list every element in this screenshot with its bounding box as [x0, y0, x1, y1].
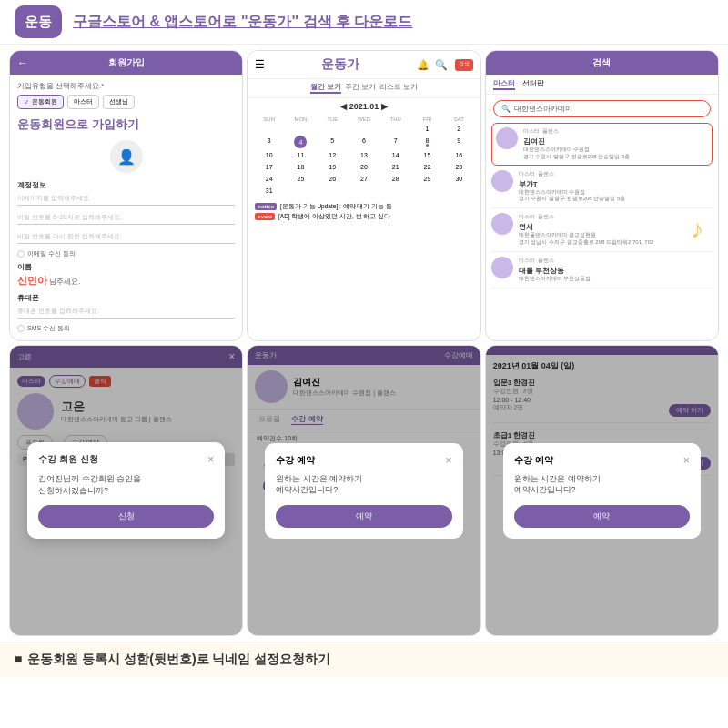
email-checkbox-row: 이메일 수신 동의 [17, 249, 235, 258]
s6-modal-title: 수강 예약 [514, 454, 553, 467]
logo-text: 운동 [25, 14, 52, 31]
cal-row-1: 1 2 [253, 124, 474, 134]
app-logo: 운동가 [321, 56, 359, 73]
select-label: 가입유형을 선택해주세요.* [17, 82, 235, 91]
tab-senter[interactable]: 선터팝 [522, 78, 544, 90]
modal-title: 수강 회원 신청 [38, 453, 98, 466]
top-header: 운동 구글스토어 & 앱스토어로 "운동가" 검색 후 다운로드 [0, 0, 728, 45]
tab-list[interactable]: 리스트 보기 [379, 83, 418, 94]
bell-icon[interactable]: 🔔 [417, 59, 430, 71]
s5-modal-title: 수강 예약 [276, 454, 315, 467]
s5-modal-body: 원하는 시간은 예약하기 예약시간입니다? [276, 474, 451, 496]
calendar-tabs: 월간 보기 주간 보기 리스트 보기 [248, 79, 480, 98]
registration-modal: 수강 회원 신청 × 김여진님께 수강회원 승인을 신청하시겠습니까? 신청 [27, 442, 225, 540]
result-item-1[interactable]: 마스터 플랜스 부가T 대한댄스스아카데미 수원점 경기 수원시 발달구 편광로… [491, 166, 713, 209]
screen-registration: ← 회원가입 가입유형을 선택해주세요.* 운동회원 마스터 선생님 운동회원으… [9, 50, 243, 341]
cal-row-5: 24 25 26 27 28 29 30 [253, 174, 474, 184]
option-teacher[interactable]: 선생님 [103, 95, 135, 109]
event-badge: event [255, 213, 275, 220]
schedule-modal: 수강 예약 × 원하는 시간은 예약하기 예약시간입니다? 예약 [503, 443, 701, 539]
s5-modal-confirm-button[interactable]: 예약 [276, 505, 451, 528]
phone-input[interactable]: 휴대폰 번호를 입력해주세요. [17, 305, 235, 318]
s5-modal-overlay: 수강 예약 × 원하는 시간은 예약하기 예약시간입니다? 예약 [248, 346, 480, 635]
phone-field: 휴대폰 휴대폰 번호를 입력해주세요. [17, 293, 235, 318]
avatar-1 [491, 170, 513, 192]
password-confirm-input[interactable]: 비밀 번호를 다시 한번 입력해주세요. [17, 230, 235, 244]
avatar: 👤 [110, 140, 143, 173]
search-bar[interactable]: 🔍 대한댄스아카데미 [493, 100, 711, 117]
result-item-3[interactable]: 마스터 플랜스 대룰 부천상동 대한댄스아카데미 부천상동점 [491, 252, 713, 288]
reservation-modal: 수강 예약 × 원하는 시간은 예약하기 예약시간입니다? 예약 [265, 443, 462, 539]
bottom-title: 운동회원 등록시 성함(뒷번호)로 닉네임 설정요청하기 [15, 652, 713, 668]
result-item-0[interactable]: 마스터 플랜스 김여진 대한댄스스아카데미 수원점 경기 수원시 발달구 편광로… [491, 123, 713, 166]
s2-header: ☰ 운동가 🔔 🔍 검색 [248, 51, 480, 79]
back-icon[interactable]: ← [17, 56, 28, 69]
search-badge: 검색 [455, 59, 473, 71]
screen-schedule: 2021년 01월 04일 (일) 입문3 한경진 수강인원 : #명 12:0… [485, 345, 719, 636]
cal-row-2: 3 4 5 6 7 8 9 [253, 136, 474, 148]
search-icon: 🔍 [501, 105, 511, 113]
calendar-grid: SUN MON TUE WED THU FRI SAT 1 2 3 4 5 [248, 115, 480, 199]
result-info-0: 마스터 플랜스 김여진 대한댄스스아카데미 수원점 경기 수원시 발달구 편광로… [523, 127, 708, 161]
today-marker: 4 [294, 136, 307, 148]
s3-header: 검색 [486, 51, 718, 75]
music-note-icon: ♪ [691, 215, 703, 244]
result-item-2[interactable]: 마스터 플랜스 연서 대한플댄스아카데미 광교성현원 경기 성남시 수지구 광교… [491, 208, 713, 252]
search-icon[interactable]: 🔍 [435, 59, 448, 71]
password-field: 비밀 번호를 6~20자로 입력해주세요. [17, 211, 235, 225]
modal-header: 수강 회원 신청 × [38, 453, 214, 466]
cal-row-3: 10 11 12 13 14 15 16 [253, 150, 474, 160]
notice-badge: notice [255, 203, 277, 210]
header-icons: 🔔 🔍 검색 [417, 59, 473, 71]
screen-calendar2: 운동가 수강예매 김여진 대한댄스스아카데미 수원점 | 플랜스 프로필 수강 … [247, 345, 480, 636]
notice-item-1: notice [운동가 기능 Update] : 예약 대기 기능 등 [255, 203, 472, 211]
modal-overlay: 수강 회원 신청 × 김여진님께 수강회원 승인을 신청하시겠습니까? 신청 [10, 346, 242, 635]
tab-master[interactable]: 마스터 [493, 78, 515, 90]
tags-0: 마스터 플랜스 [523, 127, 708, 136]
search-tabs: 마스터 선터팝 [486, 75, 718, 95]
screen-calendar: ☰ 운동가 🔔 🔍 검색 월간 보기 주간 보기 리스트 보기 ◀ 2021.0… [247, 50, 480, 341]
modal-body: 김여진님께 수강회원 승인을 신청하시겠습니까? [38, 473, 214, 497]
s6-modal-overlay: 수강 예약 × 원하는 시간은 예약하기 예약시간입니다? 예약 [486, 346, 718, 635]
logo-box: 운동 [15, 5, 62, 38]
name-value: 신민아 [17, 275, 47, 286]
avatar-2 [491, 213, 513, 235]
modal-close-icon[interactable]: × [207, 453, 214, 466]
screenshots-grid: ← 회원가입 가입유형을 선택해주세요.* 운동회원 마스터 선생님 운동회원으… [0, 45, 728, 642]
notice-section: notice [운동가 기능 Update] : 예약 대기 기능 등 even… [248, 199, 480, 227]
s6-modal-body: 원하는 시간은 예약하기 예약시간입니다? [514, 474, 690, 496]
password-confirm-field: 비밀 번호를 다시 한번 입력해주세요. [17, 230, 235, 244]
s1-body: 가입유형을 선택해주세요.* 운동회원 마스터 선생님 운동회원으로 가입하기 … [10, 75, 242, 341]
options-row: 운동회원 마스터 선생님 [17, 95, 235, 109]
name-field: 이름 신민아 님주세요. [17, 262, 235, 288]
avatar-0 [496, 127, 518, 149]
modal-confirm-button[interactable]: 신청 [38, 505, 214, 528]
weekday-header: SUN MON TUE WED THU FRI SAT [253, 116, 474, 122]
hamburger-icon[interactable]: ☰ [255, 58, 265, 71]
account-input[interactable]: 이메이지를 입력해주세요. [17, 192, 235, 206]
month-label: ◀ 2021.01 ▶ [248, 98, 480, 115]
avatar-3 [491, 257, 513, 278]
account-field: 계정정보 이메이지를 입력해주세요. [17, 180, 235, 206]
bottom-section: 운동회원 등록시 성함(뒷번호)로 닉네임 설정요청하기 [0, 642, 728, 677]
password-input[interactable]: 비밀 번호를 6~20자로 입력해주세요. [17, 211, 235, 225]
option-exercise[interactable]: 운동회원 [17, 95, 64, 109]
s1-header: ← 회원가입 [10, 51, 242, 75]
search-value: 대한댄스아카데미 [514, 104, 572, 114]
screen-search: 검색 마스터 선터팝 🔍 대한댄스아카데미 마스터 플랜스 김여진 대한댄스스아… [485, 50, 719, 341]
s5-modal-close-icon[interactable]: × [445, 454, 451, 467]
tab-monthly[interactable]: 월간 보기 [310, 83, 341, 94]
tab-weekly[interactable]: 주간 보기 [345, 83, 376, 94]
option-master[interactable]: 마스터 [67, 95, 99, 109]
s6-modal-close-icon[interactable]: × [683, 454, 690, 467]
search-results: 마스터 플랜스 김여진 대한댄스스아카데미 수원점 경기 수원시 발달구 편광로… [486, 123, 718, 288]
cal-row-6: 31 [253, 186, 474, 196]
header-title: 구글스토어 & 앱스토어로 "운동가" 검색 후 다운로드 [73, 13, 412, 32]
s5-modal-header: 수강 예약 × [276, 454, 451, 467]
s6-modal-header: 수강 예약 × [514, 454, 690, 467]
cal-row-4: 17 18 19 20 21 22 23 [253, 162, 474, 172]
notice-item-2: event [AD] 학생에 이상있던 시간, 번 하고 싶다 [255, 213, 472, 221]
sms-checkbox[interactable] [17, 325, 25, 332]
email-checkbox[interactable] [17, 250, 25, 258]
s6-modal-confirm-button[interactable]: 예약 [514, 505, 690, 528]
